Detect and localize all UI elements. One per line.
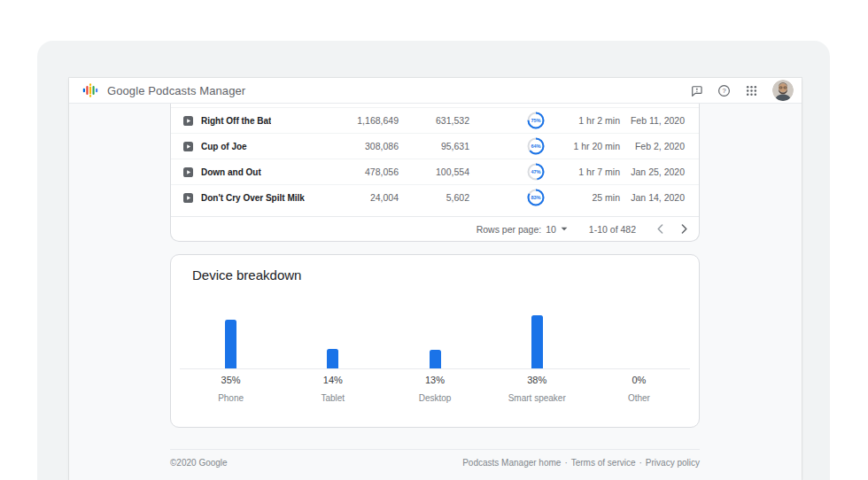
table-row[interactable]: Don't Cry Over Spilt Milk 24,004 5,602 8… bbox=[171, 184, 699, 210]
device-breakdown-chart: 35% Phone 14% Tablet 13% Desktop 38% Sma… bbox=[180, 255, 690, 427]
chart-bar bbox=[327, 349, 338, 368]
svg-text:75%: 75% bbox=[531, 118, 540, 123]
chart-label-column: 38% Smart speaker bbox=[486, 375, 588, 403]
episode-duration: 1 hr 2 min bbox=[570, 115, 620, 126]
svg-text:64%: 64% bbox=[531, 143, 540, 149]
bar-value-label: 13% bbox=[384, 375, 485, 385]
retention-ring-cell: 47% bbox=[469, 163, 570, 181]
episode-duration: 25 min bbox=[570, 192, 620, 203]
account-avatar[interactable] bbox=[772, 80, 794, 101]
episode-downloads: 100,554 bbox=[399, 166, 469, 177]
footer-link-privacy[interactable]: Privacy policy bbox=[646, 458, 700, 468]
episode-downloads: 95,631 bbox=[399, 141, 469, 151]
copyright-text: ©2020 Google bbox=[170, 458, 228, 468]
chart-label-column: 14% Tablet bbox=[282, 375, 384, 403]
chart-baseline-axis bbox=[180, 368, 690, 369]
app-title: Google Podcasts Manager bbox=[107, 84, 245, 97]
episode-duration: 1 hr 20 min bbox=[570, 141, 620, 151]
episode-duration: 1 hr 7 min bbox=[570, 166, 620, 177]
play-episode-icon[interactable] bbox=[183, 167, 193, 177]
chart-bar-column bbox=[180, 255, 282, 368]
svg-text:83%: 83% bbox=[531, 195, 540, 200]
bar-category-label: Other bbox=[588, 393, 690, 403]
svg-text:?: ? bbox=[722, 87, 725, 95]
bar-category-label: Phone bbox=[180, 393, 282, 403]
episode-title: Don't Cry Over Spilt Milk bbox=[201, 193, 305, 203]
play-episode-icon[interactable] bbox=[183, 142, 193, 151]
retention-progress-ring: 64% bbox=[527, 137, 545, 155]
rows-per-page-value[interactable]: 10 bbox=[546, 224, 556, 235]
episodes-table-card: Right Off the Bat 1,168,649 631,532 75% … bbox=[170, 104, 700, 242]
chart-bars bbox=[180, 255, 690, 368]
footer-separator: · bbox=[564, 458, 567, 468]
episode-plays: 1,168,649 bbox=[307, 115, 399, 126]
episode-title-cell: Down and Out bbox=[183, 167, 307, 177]
app-window: Google Podcasts Manager ? bbox=[69, 78, 802, 480]
episode-title-cell: Don't Cry Over Spilt Milk bbox=[183, 193, 307, 203]
google-podcasts-logo-icon bbox=[82, 82, 98, 98]
footer-divider bbox=[170, 449, 700, 450]
chart-bar bbox=[225, 320, 236, 368]
table-row[interactable]: Down and Out 478,056 100,554 47% 1 hr 7 … bbox=[171, 159, 699, 184]
episode-title: Right Off the Bat bbox=[201, 116, 271, 126]
episode-date: Jan 25, 2020 bbox=[620, 166, 685, 177]
episode-plays: 308,086 bbox=[307, 141, 399, 151]
chart-bar bbox=[430, 350, 441, 368]
episode-date: Jan 14, 2020 bbox=[620, 192, 685, 203]
chart-label-column: 0% Other bbox=[588, 375, 690, 403]
svg-text:47%: 47% bbox=[531, 169, 540, 174]
table-row[interactable]: Right Off the Bat 1,168,649 631,532 75% … bbox=[171, 107, 699, 133]
play-episode-icon[interactable] bbox=[183, 116, 193, 126]
rows-per-page-dropdown-icon[interactable] bbox=[561, 227, 568, 231]
footer-links: Podcasts Manager home · Terms of service… bbox=[462, 458, 700, 468]
chart-bar-column bbox=[384, 255, 485, 368]
footer-separator: · bbox=[639, 458, 642, 468]
bar-value-label: 35% bbox=[180, 375, 282, 385]
footer-link-terms[interactable]: Terms of service bbox=[571, 458, 636, 468]
device-breakdown-card: Device breakdown 35% Phone 14% Tablet 13… bbox=[170, 254, 700, 428]
table-row[interactable]: Cup of Joe 308,086 95,631 64% 1 hr 20 mi… bbox=[171, 133, 699, 159]
play-episode-icon[interactable] bbox=[183, 193, 193, 203]
help-icon[interactable]: ? bbox=[714, 81, 733, 100]
bar-category-label: Tablet bbox=[282, 393, 384, 403]
episode-date: Feb 11, 2020 bbox=[620, 115, 685, 126]
retention-progress-ring: 75% bbox=[527, 112, 545, 129]
retention-progress-ring: 47% bbox=[527, 163, 545, 181]
feedback-icon[interactable] bbox=[686, 81, 706, 100]
apps-grid-icon[interactable] bbox=[741, 81, 761, 100]
chart-bar-column bbox=[588, 255, 690, 368]
episode-rows: Right Off the Bat 1,168,649 631,532 75% … bbox=[171, 104, 699, 210]
episode-plays: 24,004 bbox=[307, 192, 399, 203]
previous-page-icon[interactable] bbox=[657, 224, 663, 234]
chart-label-column: 13% Desktop bbox=[384, 375, 485, 403]
pagination-range: 1-10 of 482 bbox=[589, 224, 636, 235]
chart-bar-column bbox=[486, 255, 588, 368]
page-footer: ©2020 Google Podcasts Manager home · Ter… bbox=[170, 458, 700, 468]
episode-title-cell: Right Off the Bat bbox=[183, 116, 307, 126]
footer-link-home[interactable]: Podcasts Manager home bbox=[462, 458, 561, 468]
next-page-icon[interactable] bbox=[681, 224, 687, 234]
bar-category-label: Smart speaker bbox=[486, 393, 588, 403]
app-header: Google Podcasts Manager ? bbox=[69, 78, 802, 104]
episode-title: Cup of Joe bbox=[201, 142, 247, 151]
bar-category-label: Desktop bbox=[384, 393, 485, 403]
episode-downloads: 631,532 bbox=[399, 115, 469, 126]
episode-downloads: 5,602 bbox=[399, 192, 469, 203]
chart-bar bbox=[531, 315, 543, 368]
retention-ring-cell: 83% bbox=[469, 189, 570, 206]
header-actions: ? bbox=[686, 80, 794, 101]
retention-ring-cell: 75% bbox=[469, 112, 570, 129]
retention-ring-cell: 64% bbox=[469, 137, 570, 155]
bar-value-label: 38% bbox=[486, 375, 588, 385]
rows-per-page-label: Rows per page: bbox=[477, 224, 542, 235]
chart-labels: 35% Phone 14% Tablet 13% Desktop 38% Sma… bbox=[180, 375, 690, 403]
episode-title: Down and Out bbox=[201, 167, 261, 177]
retention-progress-ring: 83% bbox=[527, 189, 545, 206]
episode-date: Feb 2, 2020 bbox=[620, 141, 685, 151]
chart-label-column: 35% Phone bbox=[180, 375, 282, 403]
table-pagination: Rows per page: 10 1-10 of 482 bbox=[171, 216, 699, 241]
episode-title-cell: Cup of Joe bbox=[183, 142, 307, 151]
chart-bar-column bbox=[282, 255, 384, 368]
bar-value-label: 14% bbox=[282, 375, 384, 385]
bar-value-label: 0% bbox=[588, 375, 690, 385]
